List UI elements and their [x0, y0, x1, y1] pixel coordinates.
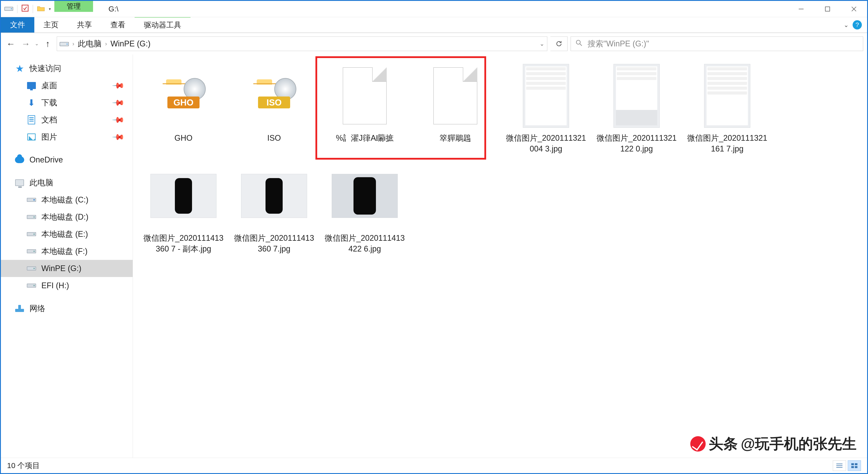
tab-file[interactable]: 文件	[1, 17, 34, 33]
file-item-unknown-2[interactable]: 箤軃鵰鶗	[410, 61, 501, 154]
up-button[interactable]: ↑	[42, 38, 54, 50]
download-icon: ⬇	[27, 98, 36, 107]
svg-line-10	[580, 44, 582, 46]
search-placeholder: 搜索"WinPE (G:)"	[588, 38, 649, 49]
image-thumbnail	[332, 174, 398, 218]
tab-drive-tools[interactable]: 驱动器工具	[135, 17, 190, 33]
sidebar-this-pc[interactable]: 此电脑	[1, 174, 133, 191]
folder-item-gho[interactable]: GHO GHO	[138, 61, 229, 154]
drive-icon	[27, 229, 36, 239]
pc-icon	[15, 178, 24, 187]
sidebar-pictures[interactable]: 图片 📌	[1, 128, 133, 146]
sidebar-item-label: 网络	[29, 303, 45, 314]
view-details-button[interactable]	[833, 461, 846, 471]
file-label: 箤軃鵰鶗	[439, 133, 471, 144]
file-item-image-4[interactable]: 微信图片_2020111413360 7 - 副本.jpg	[138, 161, 229, 254]
search-input[interactable]: 搜索"WinPE (G:)"	[570, 36, 863, 51]
drive-icon	[27, 247, 36, 256]
image-thumbnail	[614, 64, 660, 128]
sidebar-item-label: 图片	[41, 132, 57, 143]
svg-rect-4	[825, 7, 830, 11]
view-icons-button[interactable]	[848, 461, 861, 471]
pin-icon: 📌	[112, 79, 125, 92]
drive-icon	[27, 212, 36, 222]
drive-icon	[27, 195, 36, 204]
file-item-unknown-1[interactable]: %訁濯J箻A矙i摭	[319, 61, 410, 154]
folder-item-iso[interactable]: ISO ISO	[229, 61, 319, 154]
image-thumbnail	[704, 64, 750, 128]
sidebar-drive-d[interactable]: 本地磁盘 (D:)	[1, 209, 133, 226]
sidebar-drive-h[interactable]: EFI (H:)	[1, 277, 133, 294]
sidebar-item-label: 本地磁盘 (E:)	[41, 229, 88, 240]
sidebar-drive-c[interactable]: 本地磁盘 (C:)	[1, 191, 133, 209]
sidebar-item-label: WinPE (G:)	[41, 264, 82, 273]
ribbon-tabs: 文件 主页 共享 查看 驱动器工具 ⌄ ?	[1, 17, 867, 33]
sidebar-onedrive[interactable]: OneDrive	[1, 151, 133, 168]
tab-view[interactable]: 查看	[101, 17, 135, 33]
sidebar-item-label: 本地磁盘 (F:)	[41, 246, 88, 257]
context-tab-manage[interactable]: 管理	[54, 1, 93, 12]
svg-rect-17	[855, 466, 858, 468]
sidebar-item-label: 此电脑	[29, 178, 53, 188]
help-icon[interactable]: ?	[852, 20, 862, 29]
file-item-image-5[interactable]: 微信图片_2020111413360 7.jpg	[229, 161, 319, 254]
file-item-image-6[interactable]: 微信图片_2020111413422 6.jpg	[319, 161, 410, 254]
pin-icon: 📌	[112, 96, 125, 109]
file-label: %訁濯J箻A矙i摭	[336, 133, 394, 144]
file-icon	[433, 67, 477, 124]
address-dropdown-icon[interactable]: ⌄	[539, 40, 545, 47]
toutiao-logo-icon	[690, 436, 706, 451]
sidebar-quick-access[interactable]: ★ 快速访问	[1, 60, 133, 77]
ribbon-expand-icon[interactable]: ⌄	[844, 21, 849, 29]
folder-icon: GHO	[162, 80, 204, 112]
properties-icon[interactable]	[21, 4, 29, 13]
star-icon: ★	[15, 64, 24, 73]
file-list[interactable]: GHO GHO ISO ISO %訁濯J箻A矙i摭 箤軃鵰鶗 微信图片_2020…	[133, 55, 867, 458]
folder-icon: ISO	[253, 80, 295, 112]
status-bar: 10 个项目	[1, 458, 867, 473]
image-thumbnail	[523, 64, 569, 128]
sidebar-item-label: 文档	[41, 115, 57, 125]
breadcrumb-current[interactable]: WinPE (G:)	[111, 39, 151, 49]
svg-rect-14	[851, 463, 854, 465]
sidebar-drive-f[interactable]: 本地磁盘 (F:)	[1, 243, 133, 260]
chevron-right-icon[interactable]: ›	[72, 40, 74, 47]
maximize-button[interactable]	[814, 1, 841, 17]
file-item-image-1[interactable]: 微信图片_2020111321004 3.jpg	[501, 61, 591, 154]
watermark-brand: 头条	[709, 434, 738, 454]
sidebar-item-label: 下载	[41, 97, 57, 108]
sidebar-item-label: OneDrive	[29, 155, 63, 164]
network-icon	[15, 304, 24, 313]
chevron-right-icon[interactable]: ›	[105, 40, 107, 47]
status-item-count: 10 个项目	[7, 461, 40, 471]
document-icon	[27, 115, 36, 124]
file-icon	[343, 67, 387, 124]
tab-share[interactable]: 共享	[68, 17, 101, 33]
sidebar-downloads[interactable]: ⬇ 下载 📌	[1, 94, 133, 111]
watermark: 头条 @玩手机的张先生	[690, 434, 857, 454]
sidebar-drive-g[interactable]: WinPE (G:)	[1, 260, 133, 277]
forward-button[interactable]: →	[20, 38, 32, 50]
qat-dropdown-icon[interactable]: ▾	[49, 7, 51, 11]
sidebar-network[interactable]: 网络	[1, 300, 133, 317]
sidebar-documents[interactable]: 文档 📌	[1, 111, 133, 128]
minimize-button[interactable]	[788, 1, 814, 17]
image-thumbnail	[151, 174, 216, 218]
svg-point-8	[67, 43, 68, 44]
picture-icon	[27, 132, 36, 141]
new-folder-icon[interactable]	[37, 5, 45, 13]
desktop-icon	[27, 81, 36, 90]
back-button[interactable]: ←	[5, 38, 17, 50]
breadcrumb-root[interactable]: 此电脑	[78, 38, 102, 49]
close-button[interactable]	[841, 1, 867, 17]
file-item-image-2[interactable]: 微信图片_2020111321122 0.jpg	[591, 61, 682, 154]
file-item-image-3[interactable]: 微信图片_2020111321161 7.jpg	[682, 61, 773, 154]
history-dropdown-icon[interactable]: ⌄	[35, 41, 39, 46]
address-bar[interactable]: › 此电脑 › WinPE (G:) ⌄	[57, 36, 547, 51]
refresh-button[interactable]	[550, 36, 567, 51]
watermark-handle: @玩手机的张先生	[741, 434, 857, 454]
sidebar-desktop[interactable]: 桌面 📌	[1, 77, 133, 94]
sidebar-drive-e[interactable]: 本地磁盘 (E:)	[1, 226, 133, 243]
window-title: G:\	[100, 1, 788, 17]
tab-home[interactable]: 主页	[34, 17, 68, 33]
